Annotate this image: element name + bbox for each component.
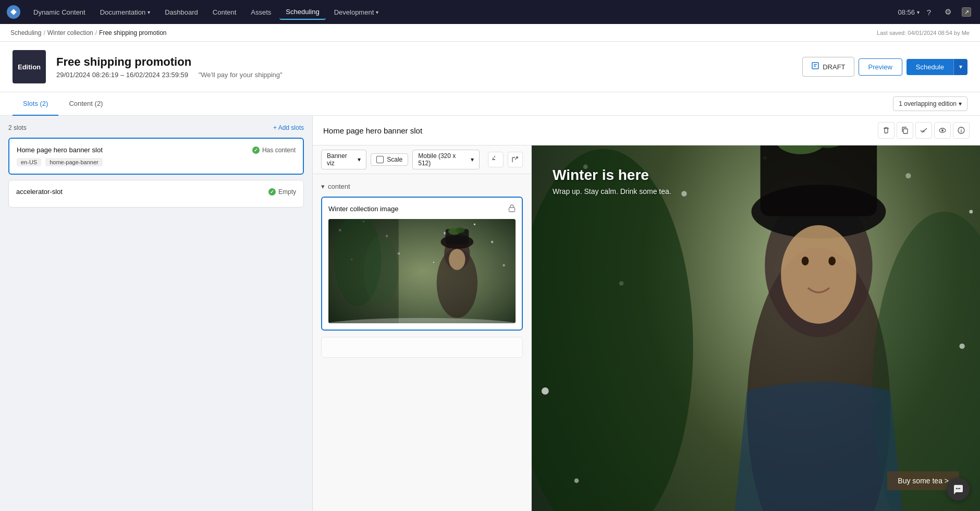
svg-point-66 — [574, 479, 579, 483]
breadcrumb-winter-collection[interactable]: Winter collection — [47, 29, 93, 36]
content-section-toggle[interactable]: ▾ content — [321, 182, 523, 190]
svg-point-65 — [959, 344, 964, 349]
device-chevron-icon: ▾ — [471, 156, 474, 163]
viz-chevron-icon: ▾ — [358, 156, 361, 163]
slot-card-hero-banner[interactable]: Home page hero banner slot Has content e… — [8, 138, 304, 175]
settings-button[interactable]: ⚙ — [940, 5, 955, 19]
date-range: 29/01/2024 08:26:19 – 16/02/2024 23:59:5… — [56, 71, 792, 79]
add-slots-button[interactable]: + Add slots — [273, 124, 304, 131]
svg-rect-7 — [903, 129, 908, 133]
banner-background: Winter is here Wrap up. Stay calm. Drink… — [532, 145, 980, 511]
breadcrumb-current: Free shipping promotion — [99, 29, 166, 36]
breadcrumb-sep-2: / — [95, 29, 97, 36]
device-select[interactable]: Mobile (320 x 512) ▾ — [412, 150, 480, 169]
development-chevron-icon: ▾ — [376, 9, 378, 15]
page-title: Free shipping promotion — [56, 55, 792, 69]
help-button[interactable]: ? — [922, 5, 936, 19]
breadcrumb-bar: Scheduling / Winter collection / Free sh… — [0, 24, 980, 42]
svg-text:i: i — [961, 128, 962, 133]
lock-icon — [508, 204, 516, 214]
slot-detail-title: Home page hero banner slot — [323, 126, 422, 135]
svg-point-69 — [959, 488, 960, 489]
nav-item-documentation[interactable]: Documentation ▾ — [94, 5, 156, 19]
slot-name-2: accelerator-slot — [16, 188, 63, 196]
toggle-chevron-icon: ▾ — [321, 182, 325, 190]
draft-button[interactable]: DRAFT — [802, 57, 854, 77]
slot-tag-banner: home-page-banner — [45, 158, 103, 166]
svg-point-30 — [455, 227, 464, 233]
slots-header: 2 slots + Add slots — [8, 124, 304, 131]
green-check-icon — [252, 147, 260, 154]
slot-status-has-content: Has content — [252, 147, 296, 154]
nav-time[interactable]: 08:56 ▾ — [898, 8, 920, 16]
nav-icons: ? ⚙ ↗ — [922, 5, 974, 19]
info-button[interactable]: i — [953, 122, 970, 139]
slot-tags: en-US home-page-banner — [17, 158, 296, 166]
draft-icon — [811, 62, 819, 72]
nav-item-dashboard[interactable]: Dashboard — [158, 5, 204, 19]
second-content-card — [321, 337, 523, 358]
scale-toggle[interactable]: Scale — [371, 153, 408, 166]
external-link-button[interactable] — [508, 152, 523, 167]
undo-button[interactable] — [488, 152, 503, 167]
preview-button[interactable]: Preview — [859, 58, 902, 76]
overlapping-edition-button[interactable]: 1 overlapping edition ▾ — [893, 96, 967, 111]
svg-text:↗: ↗ — [964, 9, 969, 15]
nav-item-dynamic-content[interactable]: Dynamic Content — [27, 5, 92, 19]
svg-rect-12 — [509, 208, 515, 212]
approve-button[interactable] — [915, 122, 932, 139]
app-logo[interactable] — [6, 5, 21, 19]
tab-slots[interactable]: Slots (2) — [13, 92, 58, 116]
slot-detail-actions: i — [878, 122, 970, 139]
schedule-button[interactable]: Schedule — [906, 59, 953, 75]
svg-point-45 — [681, 191, 687, 196]
documentation-chevron-icon: ▾ — [148, 9, 150, 15]
slot-name: Home page hero banner slot — [17, 146, 103, 154]
content-card-header: Winter collection image — [328, 204, 516, 214]
nav-item-development[interactable]: Development ▾ — [328, 5, 385, 19]
copy-button[interactable] — [897, 122, 913, 139]
content-area: Banner viz ▾ Scale Mobile (320 x 512) ▾ — [313, 145, 980, 511]
breadcrumb: Scheduling / Winter collection / Free sh… — [10, 29, 167, 36]
svg-point-67 — [956, 488, 957, 489]
svg-point-1 — [12, 10, 15, 14]
main-layout: 2 slots + Add slots Home page hero banne… — [0, 116, 980, 511]
delete-button[interactable] — [878, 122, 895, 139]
schedule-chevron-button[interactable]: ▾ — [953, 59, 967, 75]
slot-tag-locale: en-US — [17, 158, 41, 166]
nav-item-assets[interactable]: Assets — [244, 5, 277, 19]
eye-preview-button[interactable] — [934, 122, 951, 139]
green-check-icon-2 — [268, 188, 276, 196]
slot-status-empty: Empty — [268, 188, 296, 196]
svg-point-34 — [363, 236, 398, 307]
nav-item-content[interactable]: Content — [206, 5, 243, 19]
svg-point-31 — [449, 249, 465, 270]
svg-point-58 — [781, 225, 856, 324]
time-chevron-icon: ▾ — [917, 9, 920, 15]
overlapping-chevron-icon: ▾ — [959, 100, 962, 107]
slot-card-top: Home page hero banner slot Has content — [17, 146, 296, 154]
svg-point-9 — [941, 129, 944, 131]
slots-panel: 2 slots + Add slots Home page hero banne… — [0, 116, 313, 511]
slot-card-top-2: accelerator-slot Empty — [16, 188, 296, 196]
svg-rect-4 — [812, 63, 818, 69]
preview-toolbar: Banner viz ▾ Scale Mobile (320 x 512) ▾ — [313, 145, 531, 174]
content-card-title: Winter collection image — [328, 205, 398, 213]
nav-item-scheduling[interactable]: Scheduling — [279, 5, 325, 20]
schedule-group: Schedule ▾ — [906, 59, 967, 75]
banner-text-content: Winter is here Wrap up. Stay calm. Drink… — [553, 166, 671, 196]
banner-subline: Wrap up. Stay calm. Drink some tea. — [553, 187, 671, 196]
tab-content[interactable]: Content (2) — [58, 92, 113, 116]
chat-bubble-button[interactable] — [947, 478, 970, 501]
content-image — [328, 219, 516, 323]
svg-point-68 — [958, 488, 959, 489]
slot-card-accelerator[interactable]: accelerator-slot Empty — [8, 180, 304, 208]
header-actions: DRAFT Preview Schedule ▾ — [802, 57, 967, 77]
last-saved-label: Last saved: 04/01/2024 08:54 by Me — [877, 30, 970, 36]
tabs-bar: Slots (2) Content (2) 1 overlapping edit… — [0, 92, 980, 116]
viz-select[interactable]: Banner viz ▾ — [321, 150, 366, 169]
user-button[interactable]: ↗ — [959, 5, 974, 19]
svg-point-64 — [542, 387, 549, 395]
svg-point-24 — [503, 264, 505, 266]
breadcrumb-scheduling[interactable]: Scheduling — [10, 29, 41, 36]
